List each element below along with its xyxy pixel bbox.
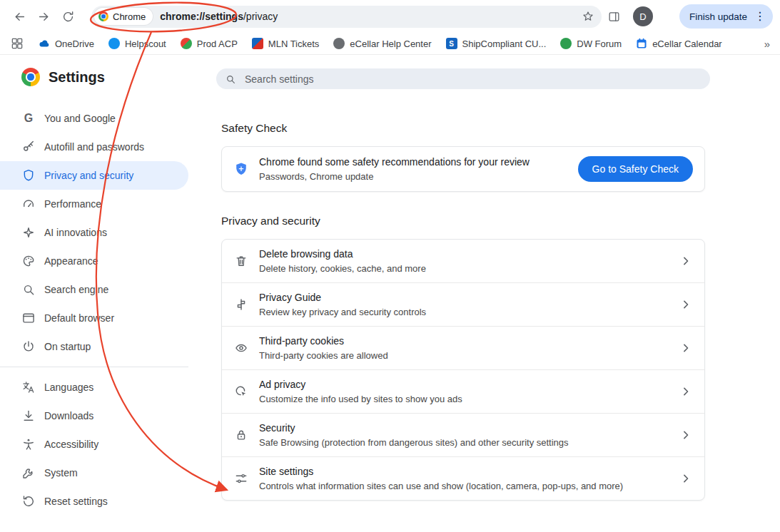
chevron-right-icon bbox=[679, 341, 693, 355]
sidebar-item-search-engine[interactable]: Search engine bbox=[0, 275, 188, 304]
sidebar-item-appearance[interactable]: Appearance bbox=[0, 247, 188, 275]
safety-check-card: Chrome found some safety recommendations… bbox=[221, 146, 705, 192]
privacy-heading: Privacy and security bbox=[221, 215, 710, 227]
bookmark-label: OneDrive bbox=[55, 39, 94, 49]
sidebar-item-reset-settings[interactable]: Reset settings bbox=[0, 487, 188, 516]
page-title: Settings bbox=[49, 69, 105, 86]
bookmark-ecellar-calendar[interactable]: eCellar Calendar bbox=[636, 38, 722, 49]
row-privacy-guide[interactable]: Privacy Guide Review key privacy and sec… bbox=[222, 282, 704, 326]
bookmark-label: Prod ACP bbox=[197, 39, 238, 49]
sidebar-item-performance[interactable]: Performance bbox=[0, 190, 188, 218]
bookmark-ecellar-help-center[interactable]: eCellar Help Center bbox=[333, 38, 431, 49]
sidebar-item-label: Downloads bbox=[44, 410, 93, 421]
bookmark-helpscout[interactable]: Helpscout bbox=[108, 38, 166, 49]
bookmark-label: eCellar Calendar bbox=[652, 39, 722, 49]
sidebar-item-languages[interactable]: Languages bbox=[0, 373, 188, 401]
row-title: Ad privacy bbox=[259, 379, 669, 390]
search-input[interactable] bbox=[243, 73, 702, 86]
sidebar-item-system[interactable]: System bbox=[0, 459, 188, 487]
bookmark-onedrive[interactable]: OneDrive bbox=[39, 38, 94, 49]
bookmark-mln-tickets[interactable]: MLN Tickets bbox=[252, 38, 320, 49]
row-text: Security Safe Browsing (protection from … bbox=[259, 422, 669, 448]
sidebar-item-label: Search engine bbox=[44, 284, 108, 295]
row-title: Privacy Guide bbox=[259, 292, 669, 303]
speedometer-icon bbox=[21, 197, 36, 211]
chrome-logo-icon bbox=[98, 11, 108, 21]
palette-icon bbox=[21, 254, 36, 268]
sidebar-item-ai-innovations[interactable]: AI innovations bbox=[0, 218, 188, 247]
settings-header: Settings bbox=[21, 68, 105, 86]
safety-check-heading: Safety Check bbox=[221, 122, 710, 135]
row-title: Site settings bbox=[259, 466, 669, 477]
row-site-settings[interactable]: Site settings Controls what information … bbox=[222, 456, 704, 500]
arrow-right-icon bbox=[37, 10, 51, 24]
bookmark-prod-acp[interactable]: Prod ACP bbox=[181, 38, 238, 49]
row-delete-browsing-data[interactable]: Delete browsing data Delete history, coo… bbox=[222, 240, 704, 282]
bookmark-label: DW Forum bbox=[577, 39, 622, 49]
sidebar-item-default-browser[interactable]: Default browser bbox=[0, 304, 188, 332]
bookmarks-overflow-chevron-icon[interactable]: » bbox=[764, 38, 770, 50]
settings-sidebar: G You and Google Autofill and passwords … bbox=[0, 104, 188, 516]
mln-tickets-favicon bbox=[252, 38, 263, 49]
sidebar-item-privacy-and-security[interactable]: Privacy and security bbox=[0, 161, 188, 190]
sidebar-item-label: Default browser bbox=[44, 312, 114, 324]
bookmark-dw-forum[interactable]: DW Forum bbox=[560, 38, 622, 49]
lock-icon bbox=[233, 427, 249, 443]
row-title: Security bbox=[259, 422, 669, 434]
row-text: Third-party cookies Third-party cookies … bbox=[259, 335, 669, 361]
dw-forum-favicon bbox=[560, 38, 572, 49]
chevron-right-icon bbox=[679, 254, 693, 268]
sidebar-item-label: On startup bbox=[44, 341, 91, 352]
google-g-icon: G bbox=[21, 111, 36, 126]
shipcompliant-favicon: S bbox=[446, 38, 457, 49]
finish-update-button[interactable]: Finish update ⋮ bbox=[679, 4, 773, 29]
url-chip[interactable]: Chrome bbox=[94, 8, 153, 25]
bookmark-label: MLN Tickets bbox=[268, 39, 320, 49]
sparkle-icon bbox=[21, 225, 36, 240]
row-subtitle: Safe Browsing (protection from dangerous… bbox=[259, 437, 669, 448]
settings-main: Safety Check Chrome found some safety re… bbox=[216, 68, 710, 501]
reload-button[interactable] bbox=[56, 4, 80, 29]
avatar-letter: D bbox=[639, 11, 646, 22]
bookmark-star-button[interactable] bbox=[577, 6, 599, 27]
row-subtitle: Controls what information sites can use … bbox=[259, 481, 669, 491]
sidebar-item-label: System bbox=[44, 467, 78, 479]
trash-icon bbox=[233, 253, 249, 269]
shield-icon bbox=[21, 168, 36, 183]
sidebar-item-downloads[interactable]: Downloads bbox=[0, 401, 188, 430]
back-button[interactable] bbox=[7, 4, 31, 29]
privacy-card: Delete browsing data Delete history, coo… bbox=[221, 239, 705, 501]
safety-check-row[interactable]: Chrome found some safety recommendations… bbox=[222, 147, 704, 191]
address-bar[interactable]: Chrome chrome://settings/privacy bbox=[91, 6, 602, 28]
power-icon bbox=[21, 339, 36, 354]
side-panel-icon bbox=[607, 10, 621, 24]
side-panel-button[interactable] bbox=[602, 4, 626, 29]
row-subtitle: Third-party cookies are allowed bbox=[259, 350, 669, 361]
row-third-party-cookies[interactable]: Third-party cookies Third-party cookies … bbox=[222, 326, 704, 369]
profile-avatar[interactable]: D bbox=[633, 6, 653, 26]
row-security[interactable]: Security Safe Browsing (protection from … bbox=[222, 413, 704, 456]
sidebar-item-label: Accessibility bbox=[44, 439, 98, 450]
apps-grid-icon[interactable] bbox=[10, 36, 24, 51]
bookmark-shipcompliant[interactable]: S ShipCompliant CU... bbox=[446, 38, 547, 49]
settings-search-bar[interactable] bbox=[216, 68, 710, 89]
go-to-safety-check-button[interactable]: Go to Safety Check bbox=[578, 156, 693, 182]
sidebar-item-on-startup[interactable]: On startup bbox=[0, 332, 188, 361]
privacy-guide-icon bbox=[233, 297, 249, 312]
row-ad-privacy[interactable]: Ad privacy Customize the info used by si… bbox=[222, 369, 704, 413]
sidebar-item-accessibility[interactable]: Accessibility bbox=[0, 430, 188, 459]
sidebar-item-you-and-google[interactable]: G You and Google bbox=[0, 104, 188, 133]
row-text: Delete browsing data Delete history, coo… bbox=[259, 248, 669, 274]
search-icon bbox=[225, 73, 236, 85]
kebab-menu-icon[interactable]: ⋮ bbox=[751, 11, 769, 22]
forward-button[interactable] bbox=[31, 4, 56, 29]
sidebar-divider bbox=[0, 367, 188, 367]
chevron-right-icon bbox=[679, 384, 693, 399]
reset-icon bbox=[21, 494, 36, 508]
sidebar-item-autofill[interactable]: Autofill and passwords bbox=[0, 133, 188, 161]
browser-window-icon bbox=[21, 311, 36, 325]
safety-check-subtitle: Passwords, Chrome update bbox=[259, 171, 568, 182]
reload-icon bbox=[61, 10, 75, 24]
url-chip-label: Chrome bbox=[113, 11, 146, 22]
row-title: Third-party cookies bbox=[259, 335, 669, 347]
